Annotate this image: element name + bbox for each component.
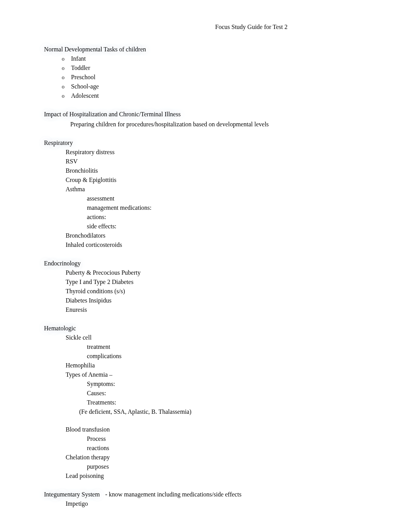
hematologic-item: Lead poisoning xyxy=(66,471,375,481)
chelation-sub-item: purposes xyxy=(87,462,375,471)
respiratory-item: Croup & Epiglottitis xyxy=(66,175,375,185)
respiratory-item: Bronchodilators xyxy=(66,231,375,240)
asthma-sub-item: assessment xyxy=(87,194,375,203)
hematologic-item: Types of Anemia – xyxy=(66,370,375,379)
section-heading-hematologic: Hematologic xyxy=(44,324,76,333)
list-item: School-age xyxy=(62,82,375,91)
sickle-sub-item: complications xyxy=(87,352,375,361)
list-item: Preschool xyxy=(62,73,375,82)
anemia-sub-item: Causes: xyxy=(87,389,375,398)
hematologic-item: Chelation therapy xyxy=(66,453,375,462)
anemia-sub-item: Treatments: xyxy=(87,398,375,407)
anemia-note: (Fe deficient, SSA, Aplastic, B. Thalass… xyxy=(79,407,375,416)
hematologic-item: Sickle cell xyxy=(66,333,375,342)
hematologic-item: Hemophilia xyxy=(66,361,375,370)
endocrinology-item: Diabetes Insipidus xyxy=(66,296,375,305)
respiratory-item: Respiratory distress xyxy=(66,148,375,157)
respiratory-item: Bronchiolitis xyxy=(66,166,375,175)
list-item: Infant xyxy=(62,54,375,63)
section-heading-impact: Impact of Hospitalization and Chronic/Te… xyxy=(44,110,181,119)
section-heading-integumentary: Integumentary System xyxy=(44,491,100,498)
respiratory-item: Inhaled corticosteroids xyxy=(66,240,375,250)
hematologic-item: Blood transfusion xyxy=(66,425,375,434)
list-item: Toddler xyxy=(62,63,375,73)
anemia-sub-item: Symptoms: xyxy=(87,379,375,389)
section-heading-endocrinology: Endocrinology xyxy=(44,259,81,268)
respiratory-item: Asthma xyxy=(66,185,375,194)
asthma-sub-item: actions: xyxy=(87,212,375,222)
blood-sub-item: Process xyxy=(87,434,375,444)
endocrinology-item: Thyroid conditions (s/s) xyxy=(66,287,375,296)
integumentary-item: Impetigo xyxy=(66,499,375,508)
developmental-list: Infant Toddler Preschool School-age Adol… xyxy=(62,54,375,100)
endocrinology-item: Enuresis xyxy=(66,305,375,314)
section-heading-developmental: Normal Developmental Tasks of children xyxy=(44,45,146,54)
sickle-sub-item: treatment xyxy=(87,342,375,352)
asthma-sub-item: management medications: xyxy=(87,203,375,212)
impact-sub-text: Preparing children for procedures/hospit… xyxy=(70,120,375,129)
asthma-sub-item: side effects: xyxy=(87,222,375,231)
blood-sub-item: reactions xyxy=(87,444,375,453)
integumentary-note: - know management including medications/… xyxy=(105,491,241,498)
document-title: Focus Study Guide for Test 2 xyxy=(215,22,287,32)
endocrinology-item: Type I and Type 2 Diabetes xyxy=(66,277,375,287)
endocrinology-item: Puberty & Precocious Puberty xyxy=(66,268,375,277)
section-heading-respiratory: Respiratory xyxy=(44,138,73,148)
respiratory-item: RSV xyxy=(66,157,375,166)
list-item: Adolescent xyxy=(62,91,375,100)
